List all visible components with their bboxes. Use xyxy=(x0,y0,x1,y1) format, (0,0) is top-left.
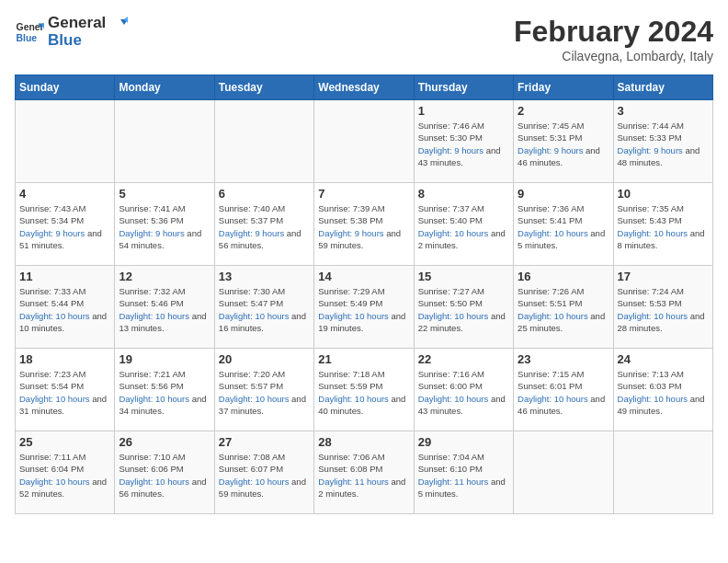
calendar-cell: 24Sunrise: 7:13 AMSunset: 6:03 PMDayligh… xyxy=(613,349,712,431)
calendar-cell: 6Sunrise: 7:40 AMSunset: 5:37 PMDaylight… xyxy=(214,183,313,266)
day-number: 17 xyxy=(618,270,709,283)
daylight-hours-link[interactable]: Daylight: 10 hours xyxy=(418,228,489,238)
daylight-hours-link[interactable]: Daylight: 10 hours xyxy=(518,394,588,404)
daylight-hours-link[interactable]: Daylight: 10 hours xyxy=(219,311,290,321)
calendar-cell: 16Sunrise: 7:26 AMSunset: 5:51 PMDayligh… xyxy=(514,266,613,349)
day-info: Sunrise: 7:35 AMSunset: 5:43 PMDaylight:… xyxy=(618,202,709,251)
daylight-hours-link[interactable]: Daylight: 10 hours xyxy=(119,311,189,321)
day-number: 18 xyxy=(19,352,110,366)
day-info-line: Sunset: 5:34 PM xyxy=(19,215,84,225)
daylight-hours-link[interactable]: Daylight: 10 hours xyxy=(418,394,489,404)
day-info-line: Sunrise: 7:06 AM xyxy=(318,452,384,462)
daylight-hours-link[interactable]: Daylight: 10 hours xyxy=(418,311,489,321)
day-info-line: Sunrise: 7:46 AM xyxy=(418,121,484,131)
calendar-cell xyxy=(314,100,414,183)
day-info-line: Sunset: 5:40 PM xyxy=(418,215,483,225)
day-info-line: Sunrise: 7:13 AM xyxy=(618,369,684,379)
daylight-hours-link[interactable]: Daylight: 10 hours xyxy=(618,228,688,238)
day-info: Sunrise: 7:37 AMSunset: 5:40 PMDaylight:… xyxy=(418,202,509,251)
daylight-hours-link[interactable]: Daylight: 9 hours xyxy=(318,228,383,238)
svg-text:Blue: Blue xyxy=(17,32,38,42)
daylight-hours-link[interactable]: Daylight: 10 hours xyxy=(518,228,588,238)
calendar-cell: 5Sunrise: 7:41 AMSunset: 5:36 PMDaylight… xyxy=(115,183,214,266)
day-number: 8 xyxy=(418,187,509,201)
day-info-line: Sunrise: 7:10 AM xyxy=(119,452,185,462)
day-info-line: Sunrise: 7:20 AM xyxy=(219,369,285,379)
day-info-line: Sunset: 5:46 PM xyxy=(119,298,183,308)
daylight-hours-link[interactable]: Daylight: 9 hours xyxy=(618,145,683,155)
day-info: Sunrise: 7:26 AMSunset: 5:51 PMDaylight:… xyxy=(518,285,609,334)
day-info-line: Sunset: 6:08 PM xyxy=(318,464,382,474)
day-number: 2 xyxy=(518,104,609,118)
day-info: Sunrise: 7:39 AMSunset: 5:38 PMDaylight:… xyxy=(318,202,409,251)
daylight-hours-link[interactable]: Daylight: 10 hours xyxy=(318,394,389,404)
calendar-cell xyxy=(613,431,712,514)
day-info-line: Sunrise: 7:41 AM xyxy=(119,203,185,213)
day-number: 19 xyxy=(119,352,210,366)
daylight-hours-link[interactable]: Daylight: 10 hours xyxy=(618,394,688,404)
day-info: Sunrise: 7:06 AMSunset: 6:08 PMDaylight:… xyxy=(318,451,409,500)
calendar-cell: 13Sunrise: 7:30 AMSunset: 5:47 PMDayligh… xyxy=(214,266,313,349)
day-info-line: Sunset: 5:59 PM xyxy=(318,381,382,391)
day-number: 4 xyxy=(19,187,110,201)
daylight-hours-link[interactable]: Daylight: 9 hours xyxy=(518,145,583,155)
day-info: Sunrise: 7:29 AMSunset: 5:49 PMDaylight:… xyxy=(318,285,409,334)
daylight-hours-link[interactable]: Daylight: 10 hours xyxy=(318,311,389,321)
day-number: 14 xyxy=(318,270,409,283)
daylight-hours-link[interactable]: Daylight: 9 hours xyxy=(418,145,483,155)
daylight-hours-link[interactable]: Daylight: 11 hours xyxy=(418,477,489,487)
daylight-hours-link[interactable]: Daylight: 9 hours xyxy=(219,228,284,238)
daylight-hours-link[interactable]: Daylight: 10 hours xyxy=(19,311,90,321)
day-info-line: Sunset: 5:50 PM xyxy=(418,298,483,308)
daylight-hours-link[interactable]: Daylight: 9 hours xyxy=(119,228,184,238)
day-info: Sunrise: 7:43 AMSunset: 5:34 PMDaylight:… xyxy=(19,202,110,251)
daylight-hours-link[interactable]: Daylight: 10 hours xyxy=(618,311,688,321)
calendar-cell: 14Sunrise: 7:29 AMSunset: 5:49 PMDayligh… xyxy=(314,266,414,349)
day-info-line: Sunset: 6:04 PM xyxy=(19,464,84,474)
day-info: Sunrise: 7:30 AMSunset: 5:47 PMDaylight:… xyxy=(219,285,310,334)
calendar-cell xyxy=(514,431,613,514)
calendar-cell xyxy=(16,100,115,183)
day-info-line: Sunset: 5:49 PM xyxy=(318,298,382,308)
day-number: 3 xyxy=(618,104,709,118)
daylight-hours-link[interactable]: Daylight: 10 hours xyxy=(119,394,189,404)
day-number: 27 xyxy=(219,435,310,449)
day-info-line: Sunrise: 7:23 AM xyxy=(19,369,85,379)
calendar-cell: 9Sunrise: 7:36 AMSunset: 5:41 PMDaylight… xyxy=(514,183,613,266)
daylight-hours-link[interactable]: Daylight: 9 hours xyxy=(19,228,85,238)
day-number: 11 xyxy=(19,270,110,283)
day-number: 23 xyxy=(518,352,609,366)
day-info: Sunrise: 7:46 AMSunset: 5:30 PMDaylight:… xyxy=(418,120,509,168)
page-header: General Blue General Blue February 2024 … xyxy=(15,15,713,63)
day-info: Sunrise: 7:21 AMSunset: 5:56 PMDaylight:… xyxy=(119,368,210,417)
day-number: 15 xyxy=(418,270,509,283)
col-thursday: Thursday xyxy=(414,75,513,100)
day-number: 24 xyxy=(618,352,709,366)
day-info-line: Sunrise: 7:43 AM xyxy=(19,203,85,213)
daylight-hours-link[interactable]: Daylight: 10 hours xyxy=(119,477,189,487)
daylight-hours-link[interactable]: Daylight: 10 hours xyxy=(19,477,90,487)
day-info: Sunrise: 7:27 AMSunset: 5:50 PMDaylight:… xyxy=(418,285,509,334)
daylight-hours-link[interactable]: Daylight: 11 hours xyxy=(318,477,389,487)
daylight-hours-link[interactable]: Daylight: 10 hours xyxy=(19,394,90,404)
day-number: 28 xyxy=(318,435,409,449)
day-info: Sunrise: 7:24 AMSunset: 5:53 PMDaylight:… xyxy=(618,285,709,334)
calendar-cell: 28Sunrise: 7:06 AMSunset: 6:08 PMDayligh… xyxy=(314,431,414,514)
calendar-cell: 11Sunrise: 7:33 AMSunset: 5:44 PMDayligh… xyxy=(16,266,115,349)
daylight-hours-link[interactable]: Daylight: 10 hours xyxy=(219,477,290,487)
calendar-cell: 22Sunrise: 7:16 AMSunset: 6:00 PMDayligh… xyxy=(414,349,513,431)
day-info: Sunrise: 7:23 AMSunset: 5:54 PMDaylight:… xyxy=(19,368,110,417)
col-saturday: Saturday xyxy=(613,75,712,100)
day-info-line: Sunrise: 7:15 AM xyxy=(518,369,584,379)
daylight-hours-link[interactable]: Daylight: 10 hours xyxy=(518,311,588,321)
calendar-header-row: Sunday Monday Tuesday Wednesday Thursday… xyxy=(16,75,713,100)
col-tuesday: Tuesday xyxy=(214,75,313,100)
calendar-week-5: 25Sunrise: 7:11 AMSunset: 6:04 PMDayligh… xyxy=(16,431,713,514)
calendar-cell: 1Sunrise: 7:46 AMSunset: 5:30 PMDaylight… xyxy=(414,100,513,183)
day-info-line: Sunset: 6:10 PM xyxy=(418,464,483,474)
daylight-hours-link[interactable]: Daylight: 10 hours xyxy=(219,394,290,404)
day-info-line: Sunrise: 7:30 AM xyxy=(219,286,285,296)
calendar-cell: 4Sunrise: 7:43 AMSunset: 5:34 PMDaylight… xyxy=(16,183,115,266)
day-info-line: Sunset: 6:06 PM xyxy=(119,464,183,474)
day-info-line: Sunset: 5:38 PM xyxy=(318,215,382,225)
